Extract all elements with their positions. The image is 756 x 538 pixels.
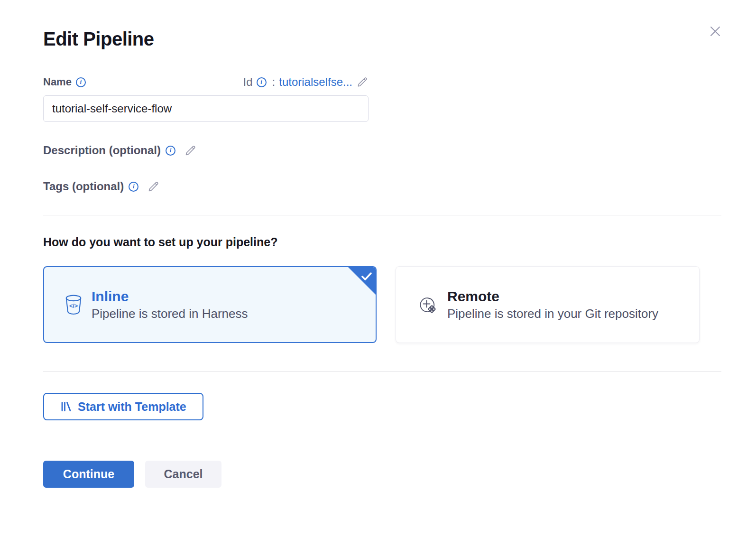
setup-heading: How do you want to set up your pipeline? [43,235,721,249]
name-id-section: Name i Id i : tutorialselfse... [43,75,369,122]
id-separator: : [272,75,276,89]
remote-git-plus-icon [417,294,438,315]
storage-options: </> Inline Pipeline is stored in Harness [43,266,721,343]
selected-checkmark-icon [348,267,376,295]
section-divider [43,215,721,215]
id-value-link[interactable]: tutorialselfse... [279,75,352,89]
description-edit-pencil-icon[interactable] [184,144,197,157]
continue-button[interactable]: Continue [43,461,134,488]
start-with-template-button[interactable]: Start with Template [43,393,203,420]
id-edit-pencil-icon[interactable] [356,76,369,88]
option-subtitle: Pipeline is stored in your Git repositor… [447,306,658,321]
option-card-inline[interactable]: </> Inline Pipeline is stored in Harness [43,266,377,343]
tags-info-icon[interactable]: i [129,182,138,192]
option-title: Inline [92,288,248,305]
name-label: Name [43,76,72,88]
name-input[interactable] [43,95,369,122]
section-divider [43,371,721,372]
close-x-icon [708,24,722,38]
option-card-remote[interactable]: Remote Pipeline is stored in your Git re… [396,266,700,343]
page-title: Edit Pipeline [43,28,721,50]
tags-edit-pencil-icon[interactable] [147,180,160,193]
tags-label: Tags (optional) [43,180,124,193]
option-title: Remote [447,288,658,305]
id-label: Id [243,75,253,89]
svg-text:</>: </> [69,303,78,309]
description-label: Description (optional) [43,144,161,157]
close-icon[interactable] [707,23,724,40]
option-subtitle: Pipeline is stored in Harness [92,306,248,321]
cancel-button[interactable]: Cancel [145,461,221,488]
edit-pipeline-modal: Edit Pipeline Name i Id i : tutorialself… [0,0,756,538]
description-info-icon[interactable]: i [166,146,175,156]
id-info-icon[interactable]: i [257,77,267,87]
start-with-template-label: Start with Template [78,400,186,414]
name-info-icon[interactable]: i [76,77,86,87]
template-library-icon [60,401,72,412]
inline-bucket-code-icon: </> [65,295,82,315]
modal-actions: Continue Cancel [43,461,721,488]
